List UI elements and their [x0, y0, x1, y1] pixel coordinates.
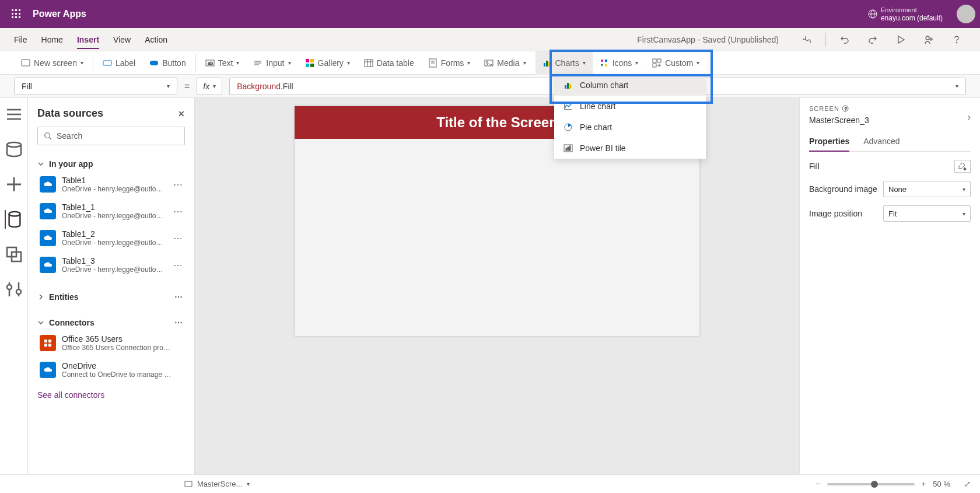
more-icon[interactable]: ⋯ — [171, 233, 185, 244]
ds-item-title: Table1_1 — [62, 202, 165, 212]
ds-item[interactable]: Table1_3OneDrive - henry.legge@outlook.c… — [37, 251, 185, 278]
group-label: In your app — [49, 159, 93, 169]
zoom-value: 50 % — [933, 480, 950, 488]
group-in-your-app[interactable]: In your app — [37, 157, 185, 171]
svg-point-44 — [605, 64, 607, 67]
see-all-connectors-link[interactable]: See all connectors — [37, 390, 104, 400]
dropdown-line-chart[interactable]: Line chart — [554, 96, 706, 117]
tab-advanced[interactable]: Advanced — [863, 132, 900, 151]
fill-swatch[interactable] — [954, 160, 971, 173]
close-icon[interactable]: ✕ — [178, 109, 185, 118]
connector-title: OneDrive — [62, 361, 185, 370]
dropdown-pie-chart[interactable]: Pie chart — [554, 117, 706, 138]
ribbon-gallery[interactable]: Gallery▾ — [298, 51, 357, 75]
app-checker-icon[interactable] — [797, 30, 816, 49]
group-entities[interactable]: Entities ⋯ — [37, 290, 185, 304]
menu-insert[interactable]: Insert — [77, 30, 99, 49]
chevron-down-icon[interactable]: ▾ — [247, 481, 250, 487]
ribbon-newscreen[interactable]: New screen▾ — [14, 51, 90, 75]
svg-point-66 — [9, 212, 20, 216]
connector-icon — [40, 362, 56, 378]
undo-icon[interactable] — [835, 30, 854, 49]
ds-item[interactable]: Table1OneDrive - henry.legge@outlook.com… — [37, 171, 185, 198]
properties-panel: SCREEN ? › MasterScreen_3 Properties Adv… — [799, 98, 980, 474]
environment-picker[interactable]: Environment enayu.com (default) — [868, 6, 943, 22]
svg-rect-77 — [44, 344, 47, 347]
svg-rect-7 — [15, 16, 17, 18]
bgimage-select[interactable]: None▾ — [883, 181, 971, 197]
svg-line-74 — [50, 138, 52, 140]
ribbon-charts-label: Charts — [555, 58, 579, 68]
ribbon-text[interactable]: ab Text▾ — [198, 51, 247, 75]
ribbon-input[interactable]: Input▾ — [246, 51, 298, 75]
dropdown-powerbi-tile[interactable]: Power BI tile — [554, 138, 706, 159]
expand-icon[interactable]: › — [968, 112, 971, 123]
redo-icon[interactable] — [863, 30, 882, 49]
menu-action[interactable]: Action — [145, 30, 167, 49]
rail-add-icon[interactable] — [5, 175, 23, 194]
zoom-in-icon[interactable]: + — [922, 480, 926, 488]
more-icon[interactable]: ⋯ — [172, 318, 185, 327]
properties-tabs: Properties Advanced — [809, 132, 971, 152]
connector-item[interactable]: Office 365 UsersOffice 365 Users Connect… — [37, 330, 185, 356]
play-icon[interactable] — [891, 30, 910, 49]
fit-icon[interactable]: ⤢ — [964, 480, 971, 488]
ds-item[interactable]: Table1_1OneDrive - henry.legge@outlook.c… — [37, 198, 185, 225]
chevron-down-icon[interactable]: ▾ — [956, 83, 958, 89]
ds-item-title: Table1_2 — [62, 229, 165, 239]
avatar[interactable] — [957, 5, 975, 23]
menu-home[interactable]: Home — [41, 30, 63, 49]
tab-properties[interactable]: Properties — [809, 132, 849, 152]
ds-item[interactable]: Table1_2OneDrive - henry.legge@outlook.c… — [37, 225, 185, 251]
ribbon-button[interactable]: Button — [142, 51, 192, 75]
onedrive-icon — [40, 230, 56, 246]
rail-treeview-icon[interactable] — [5, 105, 23, 124]
prop-bgimage-label: Background image — [809, 184, 877, 194]
svg-rect-1 — [15, 9, 17, 11]
svg-point-16 — [956, 42, 957, 43]
ribbon-label[interactable]: Label — [96, 51, 142, 75]
canvas[interactable]: Title of the Screen — [195, 98, 799, 474]
more-icon[interactable]: ⋯ — [171, 260, 185, 271]
menu-file[interactable]: File — [14, 30, 27, 49]
waffle-icon[interactable] — [5, 9, 28, 19]
imgpos-select[interactable]: Fit▾ — [883, 205, 971, 222]
svg-marker-12 — [898, 36, 904, 43]
ribbon-custom[interactable]: Custom▾ — [645, 51, 706, 75]
ribbon-forms[interactable]: Forms▾ — [421, 51, 478, 75]
more-icon[interactable]: ⋯ — [171, 206, 185, 217]
zoom-out-icon[interactable]: − — [816, 480, 820, 488]
share-icon[interactable] — [919, 30, 938, 49]
ribbon-datatable[interactable]: Data table — [357, 51, 421, 75]
rail-data-icon[interactable] — [5, 210, 23, 229]
zoom-slider[interactable] — [827, 483, 915, 485]
dropdown-item-label: Column chart — [580, 81, 628, 90]
svg-rect-42 — [605, 60, 607, 62]
svg-rect-38 — [544, 63, 545, 67]
rail-insert-icon[interactable] — [5, 140, 23, 159]
ribbon-icons[interactable]: Icons▾ — [593, 51, 645, 75]
ribbon-charts[interactable]: Charts▾ — [536, 51, 593, 75]
property-selector[interactable]: Fill ▾ — [14, 78, 177, 95]
rail-advanced-icon[interactable] — [5, 280, 23, 299]
menu-view[interactable]: View — [113, 30, 131, 49]
svg-rect-27 — [306, 64, 309, 67]
help-icon[interactable] — [947, 30, 966, 49]
group-connectors[interactable]: Connectors ⋯ — [37, 316, 185, 330]
rail-media-icon[interactable] — [5, 245, 23, 264]
dropdown-column-chart[interactable]: Column chart — [554, 75, 706, 96]
formula-prop: .Fill — [281, 82, 293, 91]
svg-text:ab: ab — [208, 61, 213, 66]
svg-rect-19 — [150, 61, 158, 65]
svg-rect-46 — [657, 59, 661, 62]
brand-label: Power Apps — [33, 9, 86, 19]
connector-item[interactable]: OneDriveConnect to OneDrive to manage yo… — [37, 356, 185, 383]
fx-button[interactable]: fx▾ — [197, 78, 222, 95]
ribbon-media[interactable]: Media▾ — [477, 51, 533, 75]
search-input[interactable]: Search — [37, 127, 185, 145]
property-name: Fill — [22, 82, 32, 91]
more-icon[interactable]: ⋯ — [171, 179, 185, 190]
status-screen-name[interactable]: MasterScre... — [197, 480, 242, 488]
svg-text:?: ? — [844, 106, 847, 111]
more-icon[interactable]: ⋯ — [172, 292, 185, 302]
